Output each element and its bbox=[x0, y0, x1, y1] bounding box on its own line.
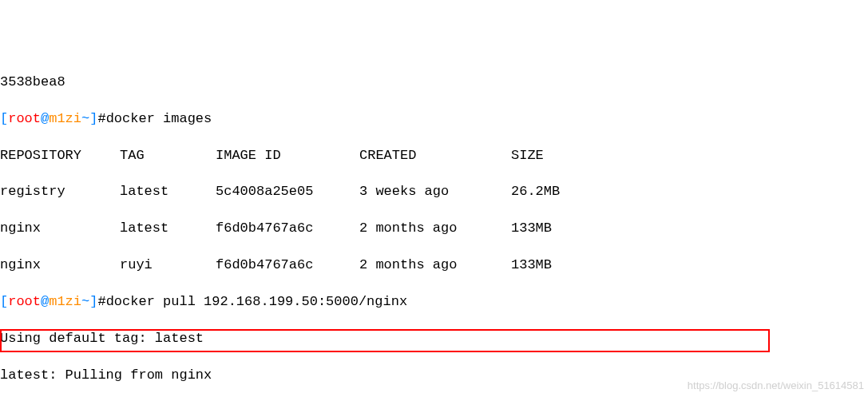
prompt-path: ~ bbox=[81, 294, 89, 309]
prompt-host: m1zi bbox=[49, 294, 81, 309]
cell-repo: registry bbox=[0, 183, 120, 201]
col-tag: TAG bbox=[120, 147, 216, 165]
prompt-host: m1zi bbox=[49, 111, 81, 126]
col-id: IMAGE ID bbox=[216, 147, 359, 165]
prompt-at: @ bbox=[41, 111, 49, 126]
cell-tag: latest bbox=[120, 183, 216, 201]
table-row: nginxruyif6d0b4767a6c2 months ago133MB bbox=[0, 256, 868, 275]
cell-repo: nginx bbox=[0, 220, 120, 238]
output-line: Using default tag: latest bbox=[0, 330, 868, 348]
cell-tag: ruyi bbox=[120, 256, 216, 275]
prompt-hash: # bbox=[97, 111, 105, 126]
cell-tag: latest bbox=[120, 220, 216, 238]
cell-id: f6d0b4767a6c bbox=[216, 220, 359, 238]
col-created: CREATED bbox=[359, 147, 511, 165]
table-row: registrylatest5c4008a25e053 weeks ago26.… bbox=[0, 183, 868, 201]
prompt-hash: # bbox=[97, 294, 105, 309]
bracket-open: [ bbox=[0, 111, 8, 126]
bracket-close: ] bbox=[89, 294, 97, 309]
col-size: SIZE bbox=[511, 147, 544, 165]
bracket-close: ] bbox=[89, 111, 97, 126]
cell-created: 3 weeks ago bbox=[359, 183, 511, 201]
cell-size: 26.2MB bbox=[511, 183, 560, 201]
cell-size: 133MB bbox=[511, 256, 552, 275]
output-line: 3538bea8 bbox=[0, 73, 868, 92]
cell-created: 2 months ago bbox=[359, 256, 511, 275]
col-repo: REPOSITORY bbox=[0, 147, 120, 165]
bracket-open: [ bbox=[0, 294, 8, 309]
cell-repo: nginx bbox=[0, 256, 120, 275]
cell-created: 2 months ago bbox=[359, 220, 511, 238]
prompt-at: @ bbox=[41, 294, 49, 309]
table-row: nginxlatestf6d0b4767a6c2 months ago133MB bbox=[0, 220, 868, 238]
prompt-user: root bbox=[8, 111, 41, 126]
watermark-text: https://blog.csdn.net/weixin_51614581 bbox=[688, 379, 864, 393]
prompt-user: root bbox=[8, 294, 41, 309]
cell-size: 133MB bbox=[511, 220, 552, 238]
table-header: REPOSITORYTAGIMAGE IDCREATEDSIZE bbox=[0, 147, 868, 165]
prompt-path: ~ bbox=[81, 111, 89, 126]
prompt-line[interactable]: [root@m1zi~]#docker images bbox=[0, 110, 868, 129]
command-text: docker images bbox=[106, 111, 212, 126]
cell-id: f6d0b4767a6c bbox=[216, 256, 359, 275]
prompt-line[interactable]: [root@m1zi~]#docker pull 192.168.199.50:… bbox=[0, 293, 868, 312]
cell-id: 5c4008a25e05 bbox=[216, 183, 359, 201]
command-text: docker pull 192.168.199.50:5000/nginx bbox=[106, 294, 407, 309]
